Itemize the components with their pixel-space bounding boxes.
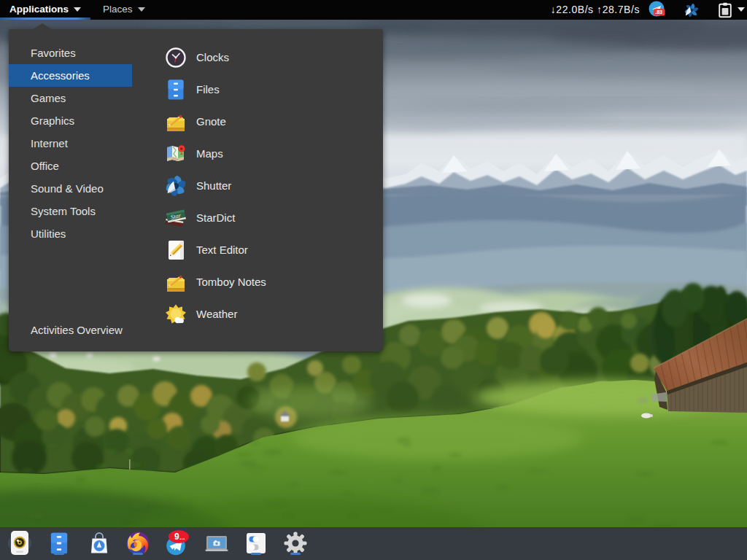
svg-text:...: ... — [179, 534, 185, 541]
svg-text:9: 9 — [174, 532, 179, 542]
svg-text:.83: .83 — [655, 9, 662, 15]
